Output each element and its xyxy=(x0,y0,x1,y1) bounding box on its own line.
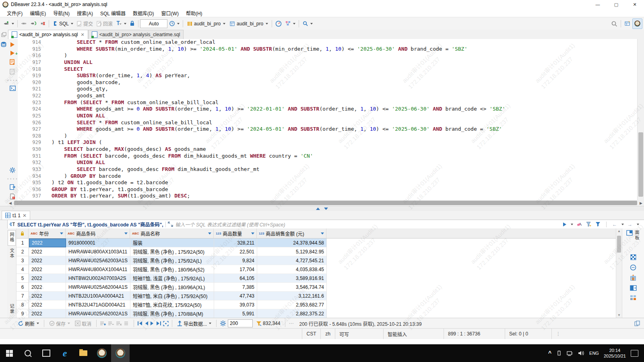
start-button[interactable] xyxy=(0,344,19,362)
aggregate-columns-icon[interactable] xyxy=(630,275,636,281)
sql-console-icon[interactable] xyxy=(10,86,16,91)
maximize-button[interactable]: ▢ xyxy=(607,0,625,9)
column-filter-icon[interactable] xyxy=(208,232,211,234)
cell-r9c3[interactable]: 羽绒服, 黑色 (净色) , 170/88A(M) xyxy=(130,309,214,318)
cell-r7c3[interactable]: 短袖T恤, 米白 (净色) , 175/92A(50) xyxy=(130,292,214,300)
cell-r6c2[interactable]: HWRAW4U025A62004A1S xyxy=(66,283,130,292)
add-row-icon[interactable] xyxy=(100,321,106,326)
row-number[interactable]: 3 xyxy=(17,256,29,265)
panel-layout-icon[interactable] xyxy=(630,285,637,291)
commit-button[interactable]: 提交 xyxy=(75,19,95,29)
row-number[interactable]: 1 xyxy=(17,239,29,247)
cell-r2c2[interactable]: HWRAW4U800AX1003A11 xyxy=(66,247,130,256)
fetch-size-input[interactable] xyxy=(228,319,253,327)
quick-search-button[interactable] xyxy=(609,19,619,29)
cell-r2c5[interactable]: 5,129,842.95 xyxy=(257,247,327,256)
column-filter-icon[interactable] xyxy=(321,232,324,234)
network-tray-icon[interactable] xyxy=(567,351,573,356)
row-count-button[interactable]: 832,344 xyxy=(254,319,282,328)
record-mode-button[interactable]: 记录 xyxy=(8,304,15,315)
save-button[interactable]: 保存 xyxy=(47,319,72,328)
cell-r2c4[interactable]: 22,501 xyxy=(214,247,257,256)
overflow-dots[interactable]: ⋯ xyxy=(289,321,293,326)
menu-item-5[interactable]: 数据库(D) xyxy=(129,9,158,17)
dbeaver-perspective-button[interactable] xyxy=(632,19,642,29)
menu-item-7[interactable]: 帮助(H) xyxy=(182,9,206,17)
cell-r9c2[interactable]: HWRAW4U025A62002A1S xyxy=(66,309,130,318)
row-number[interactable]: 6 xyxy=(17,283,29,292)
speaker-tray-icon[interactable] xyxy=(578,350,584,356)
cell-r5c5[interactable]: 3,589,816.91 xyxy=(257,274,327,283)
cell-r7c5[interactable]: 3,122,161.6 xyxy=(257,292,327,300)
row-number[interactable]: 5 xyxy=(17,274,29,283)
tx-mode-select[interactable]: Auto xyxy=(140,19,167,28)
expand-filter-icon[interactable] xyxy=(168,222,173,227)
first-page-icon[interactable] xyxy=(137,321,143,326)
cell-r2c1[interactable]: 2022 xyxy=(29,247,66,256)
cell-r9c1[interactable]: 2022 xyxy=(29,309,66,318)
sql-code-editor[interactable]: 914 SELECT * FROM custom_online_sale_ord… xyxy=(18,39,638,200)
maximize-results-icon[interactable] xyxy=(316,208,320,210)
execute-new-tab-button[interactable]: + xyxy=(10,51,14,56)
last-page-icon[interactable] xyxy=(156,321,161,326)
menu-item-6[interactable]: 窗口(W) xyxy=(158,9,182,17)
column-filter-icon[interactable] xyxy=(124,232,128,234)
execution-plan-button[interactable] xyxy=(283,19,297,29)
cancel-button[interactable]: 取消 xyxy=(73,319,93,328)
editor-tab-1[interactable]: <audit_bi_pro> analysis_cleartime.sql xyxy=(88,30,184,39)
cell-r5c4[interactable]: 64,105 xyxy=(214,274,257,283)
results-vertical-scrollbar[interactable]: ▲ ▼ xyxy=(616,228,622,318)
schema-selector[interactable]: audit_bi_pro xyxy=(227,19,270,29)
scrollbar-thumb[interactable] xyxy=(14,201,637,205)
cell-r3c3[interactable]: 羽绒服, 黑色 (净色) , 175/92A(L) xyxy=(130,256,214,265)
menu-item-4[interactable]: SQL 编辑器 xyxy=(97,9,129,17)
sql-editor-button[interactable]: SQL xyxy=(51,19,75,29)
execute-script-icon[interactable] xyxy=(10,59,15,65)
transaction-log-button[interactable] xyxy=(114,19,128,29)
caret-position-indicator[interactable]: 899 : 1 : 36736 xyxy=(444,329,505,339)
cell-r9c4[interactable]: 5,991 xyxy=(214,309,257,318)
clear-filter-icon[interactable] xyxy=(577,222,582,227)
minimize-button[interactable]: — xyxy=(588,0,607,9)
menu-item-2[interactable]: 导航(N) xyxy=(50,9,73,17)
editor-vertical-scrollbar[interactable] xyxy=(637,39,644,200)
edit-cell-icon[interactable] xyxy=(124,321,130,326)
new-connection-button[interactable] xyxy=(2,19,16,29)
cell-r3c4[interactable]: 9,824 xyxy=(214,256,257,265)
cell-r6c1[interactable]: 2022 xyxy=(29,283,66,292)
dbeaver-taskbar-button-2[interactable] xyxy=(111,344,130,362)
cell-r1c2[interactable]: 9918000001 xyxy=(66,239,130,247)
task-view-button[interactable] xyxy=(37,344,56,362)
next-page-icon[interactable] xyxy=(150,321,154,326)
cell-r6c4[interactable]: 7,385 xyxy=(214,283,257,292)
menu-item-0[interactable]: 文件(F) xyxy=(3,9,26,17)
column-header-4[interactable]: 123商品销售金额 (元) xyxy=(257,228,326,238)
column-header-0[interactable]: ABC年份 xyxy=(29,228,66,238)
execute-statement-button[interactable] xyxy=(10,42,14,47)
row-number[interactable]: 2 xyxy=(17,247,29,256)
grid-settings-gear-icon[interactable] xyxy=(220,320,226,327)
filter-input[interactable]: 输入一个 SQL 表达式来过滤结果 (使用 Ctrl+Space) xyxy=(175,221,285,228)
cell-r5c3[interactable]: 短袖T恤, 浅蓝 (净色) , 175/92A(L) xyxy=(130,274,214,283)
row-number[interactable]: 9 xyxy=(17,309,29,318)
internet-explorer-button[interactable]: e xyxy=(56,344,74,362)
close-button[interactable]: ✕ xyxy=(625,0,644,9)
input-language-indicator[interactable]: ENG xyxy=(589,351,599,356)
tray-chevron-up-icon[interactable]: ^ xyxy=(548,350,551,356)
cell-r1c3[interactable]: 服装 xyxy=(130,239,214,247)
search-button[interactable] xyxy=(301,19,314,29)
results-tab[interactable]: t1 1 ✕ xyxy=(2,211,30,220)
editor-horizontal-scrollbar[interactable]: ◀ ▶ xyxy=(7,200,644,206)
copy-status-icon[interactable] xyxy=(634,321,640,327)
cell-r4c5[interactable]: 4,035,838.45 xyxy=(257,265,327,274)
grid-corner-cell[interactable] xyxy=(17,228,29,238)
reconnect-button[interactable] xyxy=(29,19,38,29)
dashboard-button[interactable] xyxy=(274,19,283,29)
row-number[interactable]: 7 xyxy=(17,292,29,300)
fetch-all-icon[interactable] xyxy=(163,321,169,326)
cell-r5c2[interactable]: HNTBW2U002A07003A2S xyxy=(66,274,130,283)
usb-tray-icon[interactable] xyxy=(556,350,562,356)
cell-r1c5[interactable]: 24,378,944.58 xyxy=(257,239,327,247)
editor-tab-0[interactable]: <audit_bi_pro> analysis.sql✕ xyxy=(8,30,88,39)
scrollbar-thumb[interactable] xyxy=(638,132,643,197)
